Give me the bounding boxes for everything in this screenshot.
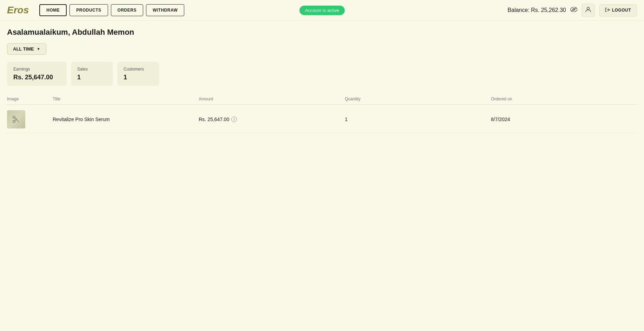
product-title: Revitalize Pro Skin Serum — [53, 117, 199, 122]
nav-products[interactable]: PRODUCTS — [69, 4, 108, 16]
status-badge: Account is active — [299, 6, 345, 15]
earnings-label: Earnings — [13, 67, 60, 72]
customers-label: Customers — [124, 67, 153, 72]
product-thumbnail — [7, 110, 25, 128]
col-quantity: Quantity — [345, 97, 491, 101]
stats-row: Earnings Rs. 25,647.00 Sales 1 Customers… — [7, 62, 637, 86]
time-filter-button[interactable]: ALL TIME ▼ — [7, 43, 46, 55]
product-ordered-on: 8/7/2024 — [491, 117, 637, 122]
user-profile-button[interactable] — [582, 4, 595, 17]
header-right: Balance: Rs. 25,262.30 — [507, 4, 637, 17]
svg-point-5 — [13, 120, 15, 123]
balance-value: Rs. 25,262.30 — [531, 7, 566, 13]
orders-table: Image Title Amount Quantity Ordered on — [7, 97, 637, 133]
col-image: Image — [7, 97, 53, 101]
earnings-value: Rs. 25,647.00 — [13, 74, 60, 81]
greeting: Asalamualaikum, Abdullah Memon — [7, 28, 637, 37]
svg-point-4 — [13, 116, 15, 118]
customers-value: 1 — [124, 74, 153, 81]
amount-info-icon[interactable]: i — [231, 117, 237, 122]
user-icon — [585, 7, 591, 14]
balance-display: Balance: Rs. 25,262.30 — [507, 7, 566, 13]
logo: Eros — [7, 5, 29, 16]
time-filter-label: ALL TIME — [13, 46, 34, 52]
hide-balance-icon[interactable] — [570, 7, 577, 13]
product-icon — [12, 115, 20, 124]
product-amount: Rs. 25,647.00 — [199, 117, 229, 122]
product-thumb-inner — [7, 110, 25, 128]
nav-home[interactable]: HOME — [39, 4, 67, 16]
nav-orders[interactable]: ORDERS — [111, 4, 143, 16]
account-status-container: Account is active — [299, 7, 345, 13]
header: Eros HOME PRODUCTS ORDERS WITHDRAW Accou… — [0, 0, 644, 21]
table-row: Revitalize Pro Skin Serum Rs. 25,647.00 … — [7, 106, 637, 133]
product-image-cell — [7, 110, 53, 128]
chevron-down-icon: ▼ — [37, 47, 40, 51]
product-amount-cell: Rs. 25,647.00 i — [199, 117, 345, 122]
stat-card-sales: Sales 1 — [71, 62, 113, 86]
balance-label: Balance: — [507, 7, 529, 13]
col-ordered-on: Ordered on — [491, 97, 637, 101]
nav-withdraw[interactable]: WITHDRAW — [146, 4, 184, 16]
col-title: Title — [53, 97, 199, 101]
table-header: Image Title Amount Quantity Ordered on — [7, 97, 637, 105]
nav: HOME PRODUCTS ORDERS WITHDRAW — [39, 4, 184, 16]
logout-label: LOGOUT — [612, 8, 631, 13]
main-content: Asalamualaikum, Abdullah Memon ALL TIME … — [0, 21, 644, 140]
product-quantity: 1 — [345, 117, 491, 122]
sales-label: Sales — [77, 67, 107, 72]
stat-card-earnings: Earnings Rs. 25,647.00 — [7, 62, 67, 86]
svg-point-2 — [587, 7, 589, 10]
logout-button[interactable]: LOGOUT — [599, 4, 637, 16]
sales-value: 1 — [77, 74, 107, 81]
stat-card-customers: Customers 1 — [117, 62, 159, 86]
col-amount: Amount — [199, 97, 345, 101]
logout-icon — [605, 7, 610, 13]
